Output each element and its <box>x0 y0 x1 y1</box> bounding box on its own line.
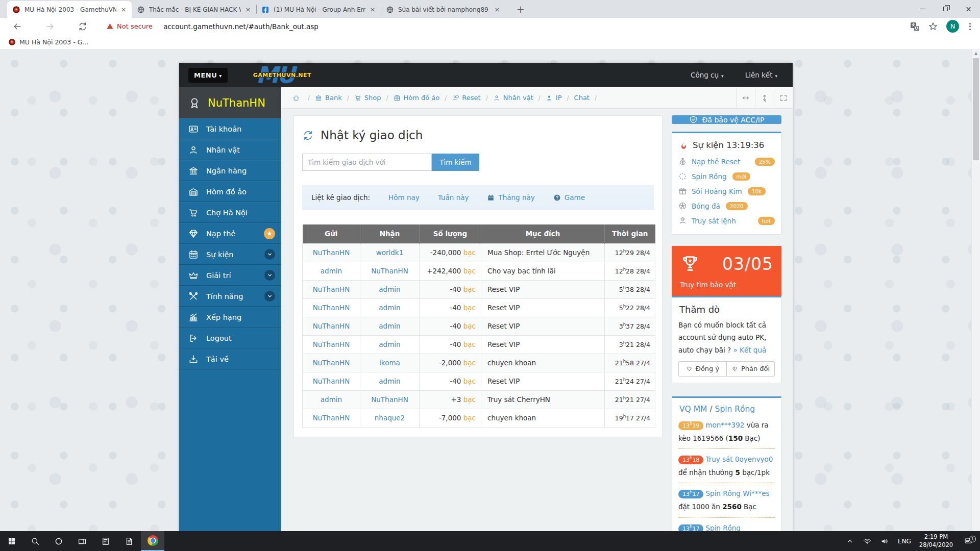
browser-tab[interactable]: Thắc mắc - BỊ KẺ GIAN HACK VA × <box>132 1 256 18</box>
breadcrumb-link[interactable]: Shop <box>354 94 381 102</box>
search-button[interactable]: Tìm kiếm <box>432 154 479 171</box>
resize-horizontal-button[interactable] <box>736 87 755 109</box>
filter-link[interactable]: Tháng này <box>487 193 534 202</box>
sender-link[interactable]: NuThanHN <box>313 322 350 330</box>
sidebar-item[interactable]: Nạp thẻ <box>179 223 281 244</box>
page-scrollbar[interactable]: ▲ <box>971 49 980 531</box>
receiver-link[interactable]: admin <box>379 285 400 293</box>
sidebar-item[interactable]: Chợ Hà Nội <box>179 202 281 223</box>
close-button[interactable]: × <box>957 0 980 18</box>
tab-close-icon[interactable]: × <box>493 6 501 14</box>
chevron-down-icon[interactable] <box>264 249 275 260</box>
not-secure-label[interactable]: Not secure <box>117 22 153 30</box>
receiver-link[interactable]: NuThanHN <box>371 395 408 404</box>
sidebar-item[interactable]: Hòm đồ ảo <box>179 181 281 202</box>
forward-icon[interactable] <box>45 21 55 32</box>
sender-link[interactable]: NuThanHN <box>313 285 350 293</box>
start-button[interactable] <box>0 531 23 551</box>
search-input[interactable] <box>302 154 432 171</box>
sender-link[interactable]: admin <box>321 395 342 404</box>
filter-link[interactable]: Game <box>553 193 585 202</box>
tray-expand-button[interactable] <box>841 531 859 551</box>
receiver-link[interactable]: admin <box>379 304 400 312</box>
links-dropdown[interactable]: Liên kết▾ <box>745 71 777 79</box>
wifi-button[interactable] <box>859 531 876 551</box>
poll-result-link[interactable]: » Kết quả <box>733 346 767 354</box>
breadcrumb-link[interactable]: Nhân vật <box>493 94 533 102</box>
sender-link[interactable]: NuThanHN <box>313 414 350 422</box>
sender-link[interactable]: NuThanHN <box>313 248 350 257</box>
resize-vertical-button[interactable] <box>755 87 774 109</box>
breadcrumb-link[interactable]: Bank <box>315 94 342 102</box>
event-link[interactable]: Bóng đá <box>692 202 720 210</box>
event-link[interactable]: Truy sát lệnh <box>692 217 736 225</box>
scrollbar-thumb[interactable] <box>973 58 979 160</box>
bookmark-item[interactable]: MU Hà Nội 2003 - G... <box>8 38 88 46</box>
reload-icon[interactable] <box>78 21 88 32</box>
browser-menu-icon[interactable] <box>967 23 973 30</box>
chevron-down-icon[interactable] <box>264 270 275 281</box>
task-view-button[interactable] <box>70 531 94 551</box>
sender-link[interactable]: NuThanHN <box>313 304 350 312</box>
restore-button[interactable] <box>934 0 957 18</box>
protected-acc-button[interactable]: Đã bảo vệ ACC/IP <box>672 115 781 124</box>
scroll-up-icon[interactable]: ▲ <box>972 51 980 56</box>
chevron-down-icon[interactable] <box>264 291 275 302</box>
breadcrumb-link[interactable]: IP <box>546 94 562 102</box>
vq-mm-link[interactable]: VQ MM <box>679 405 707 414</box>
filter-link[interactable]: Tuần này <box>438 193 469 202</box>
fullscreen-button[interactable] <box>774 87 793 109</box>
breadcrumb-link[interactable]: Reset <box>452 94 480 102</box>
tab-close-icon[interactable]: × <box>119 6 128 14</box>
agree-button[interactable]: Đồng ý <box>678 361 727 377</box>
cortana-button[interactable] <box>47 531 70 551</box>
tools-dropdown[interactable]: Công cụ▾ <box>691 71 724 79</box>
sidebar-item[interactable]: Tính năng <box>179 286 281 307</box>
omnibox[interactable]: Not secure account.gamethuvn.net/#auth/B… <box>106 22 910 31</box>
receiver-link[interactable]: NuThanHN <box>371 267 408 275</box>
breadcrumb-link[interactable]: Chat <box>574 94 590 102</box>
receiver-link[interactable]: admin <box>379 377 400 385</box>
translate-icon[interactable] <box>910 21 920 32</box>
sidebar-item[interactable]: Nhân vật <box>179 139 281 160</box>
notepad-button[interactable] <box>117 531 141 551</box>
event-link[interactable]: Sói Hoàng Kim <box>692 187 742 195</box>
sidebar-item[interactable]: Sự kiện <box>179 244 281 265</box>
receiver-link[interactable]: admin <box>379 322 400 330</box>
language-indicator[interactable]: ENG <box>893 538 916 545</box>
chrome-taskbar-button[interactable] <box>141 531 164 551</box>
sidebar-item[interactable]: Xếp hạng <box>179 307 281 328</box>
sender-link[interactable]: NuThanHN <box>313 340 350 348</box>
filter-link[interactable]: Hôm nay <box>388 193 420 202</box>
event-link[interactable]: Spin Rồng <box>692 172 727 181</box>
receiver-link[interactable]: ikoma <box>379 359 400 367</box>
sidebar-item[interactable]: Giải trí <box>179 265 281 286</box>
receiver-link[interactable]: admin <box>379 340 400 348</box>
sidebar-item[interactable]: Ngân hàng <box>179 160 281 181</box>
receiver-link[interactable]: worldk1 <box>376 248 404 257</box>
sender-link[interactable]: NuThanHN <box>313 377 350 385</box>
sidebar-item[interactable]: Tải về <box>179 348 281 369</box>
volume-button[interactable] <box>876 531 893 551</box>
calculator-button[interactable] <box>94 531 117 551</box>
site-logo[interactable]: MU GAMETHUVN.NET <box>256 65 333 85</box>
receiver-link[interactable]: nhaque2 <box>375 414 405 422</box>
breadcrumb-link[interactable]: Hòm đồ ảo <box>394 94 440 102</box>
taskbar-search-button[interactable] <box>23 531 47 551</box>
action-center-button[interactable]: 1 <box>957 537 980 546</box>
menu-button[interactable]: MENU▾ <box>188 68 228 83</box>
bookmark-star-icon[interactable] <box>928 21 938 32</box>
back-icon[interactable] <box>12 21 22 32</box>
tab-close-icon[interactable]: × <box>244 6 252 14</box>
sidebar-item[interactable]: Tài khoản <box>179 118 281 139</box>
browser-tab[interactable]: MU Hà Nội 2003 - GamethuVN.ne × <box>7 1 132 18</box>
browser-tab[interactable]: (1) MU Hà Nội - Group Anh Em M × <box>256 1 381 18</box>
treasure-hunt-panel[interactable]: 03/05 Truy tìm bảo vật <box>672 246 781 296</box>
sender-link[interactable]: admin <box>321 267 342 275</box>
url-text[interactable]: account.gamethuvn.net/#auth/Bank_out.asp <box>163 22 318 31</box>
event-link[interactable]: Nạp thẻ Reset <box>692 158 740 166</box>
tab-close-icon[interactable]: × <box>369 6 377 14</box>
new-tab-button[interactable]: + <box>514 4 527 16</box>
sidebar-item[interactable]: Logout <box>179 328 281 348</box>
disagree-button[interactable]: Phản đối <box>727 361 775 377</box>
